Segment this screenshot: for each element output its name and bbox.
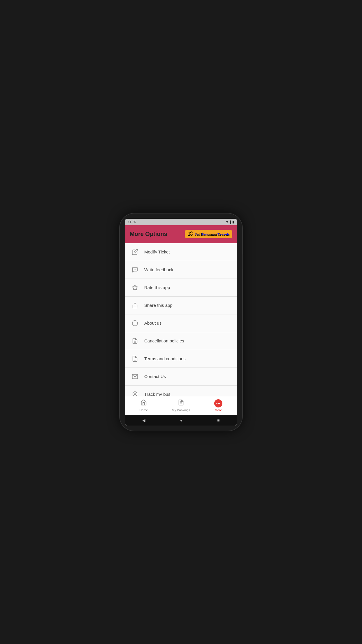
info-icon (131, 319, 139, 327)
menu-item-cancellation[interactable]: Cancellation policies (125, 332, 237, 350)
home-button[interactable]: ● (180, 418, 182, 423)
logo-text: Jai Hanuman Travels (195, 232, 229, 237)
volume-down-button[interactable] (119, 261, 120, 270)
svg-marker-3 (132, 285, 138, 290)
power-button[interactable] (242, 254, 243, 269)
my-bookings-nav-label: My Bookings (172, 408, 190, 412)
menu-item-contact[interactable]: Contact Us (125, 368, 237, 386)
brand-logo: 🕉 Jai Hanuman Travels (185, 230, 232, 238)
menu-list: Modify Ticket Write feedback (125, 243, 237, 396)
pencil-icon (131, 248, 139, 256)
track-bus-label: Track my bus (144, 392, 170, 396)
back-button[interactable]: ◀ (142, 418, 145, 423)
signal-icon (229, 220, 231, 224)
menu-item-share-app[interactable]: Share this app (125, 297, 237, 314)
chat-icon (131, 266, 139, 274)
device-frame: 11:36 More Options 🕉 Jai Hanuman Travels (120, 214, 242, 431)
device-screen: 11:36 More Options 🕉 Jai Hanuman Travels (125, 219, 237, 426)
location-icon (131, 390, 139, 396)
nav-item-home[interactable]: Home (125, 396, 162, 415)
more-nav-icon: ••• (216, 401, 221, 406)
battery-icon (232, 220, 234, 224)
rate-app-label: Rate this app (144, 285, 170, 290)
volume-up-button[interactable] (119, 249, 120, 257)
wifi-icon (226, 220, 228, 224)
nav-item-more[interactable]: ••• More (200, 396, 237, 415)
status-time: 11:36 (128, 220, 136, 224)
cancellation-label: Cancellation policies (144, 338, 184, 343)
about-us-label: About us (144, 321, 161, 326)
bottom-nav: Home My Bookings ••• (125, 396, 237, 415)
bookings-nav-icon (178, 399, 184, 407)
doc-icon (131, 355, 139, 363)
home-nav-label: Home (139, 408, 148, 412)
menu-item-terms[interactable]: Terms and conditions (125, 350, 237, 368)
app-header: More Options 🕉 Jai Hanuman Travels (125, 225, 237, 243)
menu-item-track-bus[interactable]: Track my bus (125, 386, 237, 396)
recent-button[interactable]: ■ (217, 418, 219, 423)
menu-item-about-us[interactable]: About us (125, 314, 237, 332)
terms-label: Terms and conditions (144, 356, 186, 361)
status-icons (226, 220, 234, 224)
status-bar: 11:36 (125, 219, 237, 225)
more-nav-dot: ••• (214, 399, 222, 407)
write-feedback-label: Write feedback (144, 267, 173, 272)
contact-label: Contact Us (144, 374, 166, 379)
star-icon (131, 284, 139, 292)
menu-item-write-feedback[interactable]: Write feedback (125, 261, 237, 279)
nav-item-my-bookings[interactable]: My Bookings (162, 396, 200, 415)
page-title: More Options (130, 231, 167, 237)
android-nav-bar: ◀ ● ■ (125, 415, 237, 426)
svg-point-14 (134, 393, 136, 395)
home-nav-icon (140, 399, 147, 407)
menu-item-rate-app[interactable]: Rate this app (125, 279, 237, 297)
mail-icon (131, 372, 139, 381)
cancel-doc-icon (131, 337, 139, 345)
modify-ticket-label: Modify Ticket (144, 249, 170, 254)
more-nav-label: More (215, 408, 222, 412)
share-icon (131, 301, 139, 309)
share-app-label: Share this app (144, 303, 173, 308)
logo-figure: 🕉 (188, 231, 193, 237)
menu-item-modify-ticket[interactable]: Modify Ticket (125, 243, 237, 261)
